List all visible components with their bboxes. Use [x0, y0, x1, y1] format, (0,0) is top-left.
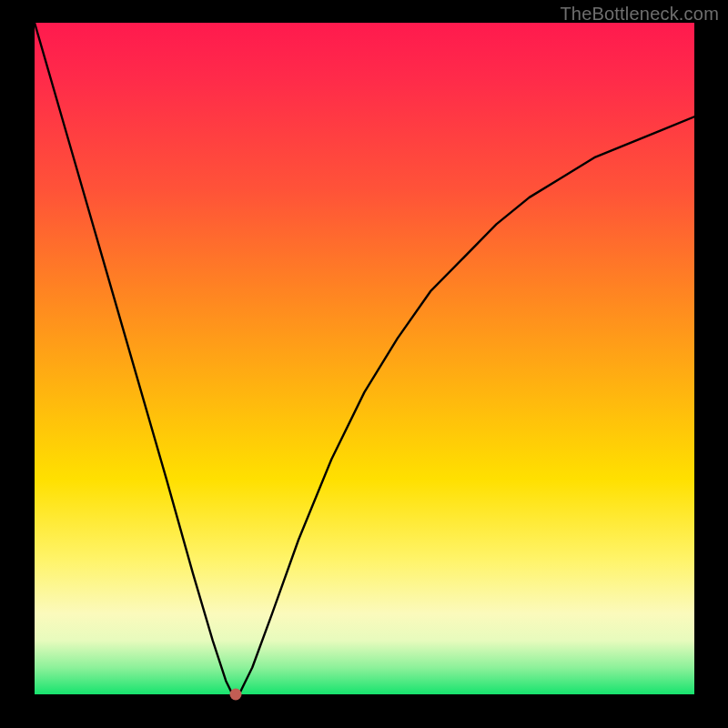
watermark-text: TheBottleneck.com: [560, 4, 719, 25]
bottleneck-curve: [35, 23, 694, 694]
plot-area: [35, 23, 694, 694]
curve-svg: [35, 23, 694, 694]
frame: TheBottleneck.com: [0, 0, 728, 728]
minimum-marker: [230, 689, 242, 701]
